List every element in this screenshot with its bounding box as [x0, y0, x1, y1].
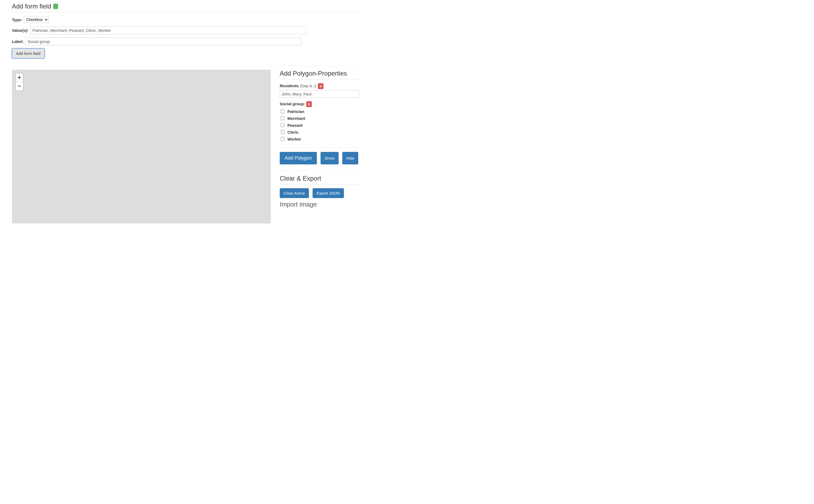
add-form-field-heading: Add form field - [12, 3, 359, 10]
checkbox-label-peasant: Peasant [287, 123, 303, 128]
values-input[interactable] [30, 26, 306, 34]
show-button[interactable]: Show [321, 152, 339, 164]
checkbox-peasant[interactable] [281, 123, 285, 127]
side-divider [280, 147, 359, 148]
type-label: Type: [12, 17, 22, 22]
add-form-field-button[interactable]: Add form field [12, 49, 45, 58]
collapse-toggle-badge[interactable]: - [53, 4, 58, 9]
label-input[interactable] [25, 37, 301, 45]
checkbox-label-worker: Worker [287, 137, 301, 141]
residents-hint: (Sep is ;): [300, 84, 317, 88]
export-json-button[interactable]: Export JSON [313, 188, 344, 198]
checkbox-label-patrician: Patrician [287, 109, 304, 114]
label-label: Label: [12, 39, 24, 44]
import-image-heading: Import image [280, 201, 359, 208]
add-form-field-heading-text: Add form field [12, 3, 51, 10]
clear-export-heading-text: Clear & Export [280, 175, 321, 182]
values-label: Value(s): [12, 28, 29, 33]
map-canvas[interactable]: + − [12, 70, 271, 223]
checkbox-cleric[interactable] [281, 130, 285, 134]
heading-divider [280, 79, 359, 80]
clear-export-heading: Clear & Export [280, 175, 359, 182]
import-image-heading-text: Import image [280, 201, 317, 208]
residents-input[interactable] [280, 90, 359, 98]
checkbox-label-merchant: Merchant [287, 116, 305, 121]
type-select[interactable]: Checkbox [24, 16, 49, 23]
add-polygon-button[interactable]: Add Polygon [280, 152, 317, 164]
zoom-out-button[interactable]: − [16, 82, 23, 90]
checkbox-worker[interactable] [281, 137, 285, 141]
social-group-delete-badge[interactable]: X [306, 101, 312, 107]
residents-delete-badge[interactable]: X [318, 83, 323, 89]
checkbox-label-cleric: Cleric [287, 130, 299, 134]
checkbox-patrician[interactable] [281, 109, 285, 113]
residents-label: Residents [280, 84, 299, 88]
zoom-controls: + − [15, 73, 24, 91]
polygon-props-heading-text: Add Polygon-Properties [280, 70, 347, 77]
checkbox-merchant[interactable] [281, 116, 285, 120]
social-group-label-row: Social group: X [280, 101, 359, 107]
residents-label-row: Residents (Sep is ;): X [280, 83, 359, 89]
social-group-label: Social group: [280, 102, 305, 106]
section-divider [12, 66, 359, 66]
clear-active-button[interactable]: Clear Active [280, 188, 309, 198]
heading-divider [280, 184, 359, 185]
hide-button[interactable]: Hide [342, 152, 358, 164]
polygon-props-heading: Add Polygon-Properties [280, 70, 359, 77]
zoom-in-button[interactable]: + [16, 73, 23, 82]
